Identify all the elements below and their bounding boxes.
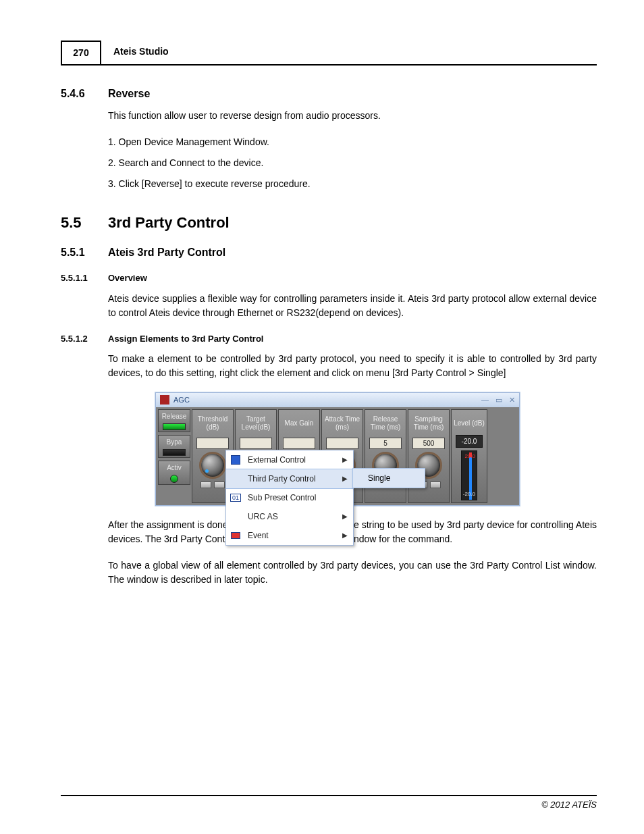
- assign-intro: To make a element to be controlled by 3r…: [108, 352, 597, 380]
- menu-label: Event: [248, 529, 269, 542]
- after-assign-text-2: To have a global view of all element con…: [108, 558, 597, 587]
- preset-icon: 01: [230, 494, 241, 502]
- release-button[interactable]: Release: [158, 409, 190, 432]
- header-title: Ateis Studio: [101, 41, 181, 64]
- overview-text: Ateis device supplies a flexible way for…: [108, 292, 597, 320]
- sampling-header: Sampling Time (ms): [410, 412, 448, 435]
- threshold-header: Threshold (dB): [194, 412, 232, 435]
- active-label: Activ: [159, 463, 190, 473]
- submenu-arrow-icon: ▶: [342, 454, 348, 465]
- submenu-arrow-icon: ▶: [342, 473, 348, 484]
- section-546: 5.4.6 Reverse: [61, 86, 597, 102]
- section-title: Reverse: [108, 86, 150, 102]
- agc-window: AGC — ▭ ✕ Release Bypa: [155, 392, 520, 506]
- menu-label: Sub Preset Control: [248, 492, 316, 504]
- app-icon: [160, 395, 169, 405]
- section-title: 3rd Party Control: [108, 211, 230, 234]
- maxgain-value[interactable]: [283, 438, 315, 449]
- meter-scale-bottom: -20.0: [463, 490, 475, 498]
- threshold-stepper[interactable]: [200, 481, 225, 488]
- target-header: Target Level(dB): [237, 412, 275, 435]
- section-55: 5.5 3rd Party Control: [61, 211, 597, 234]
- threshold-knob[interactable]: [199, 452, 226, 479]
- reverse-step-2: 2. Search and Connect to the device.: [108, 156, 597, 170]
- minimize-icon[interactable]: —: [481, 394, 489, 406]
- page-header: 270 Ateis Studio: [61, 41, 597, 66]
- submenu-arrow-icon: ▶: [342, 530, 348, 540]
- section-title: Overview: [108, 271, 147, 285]
- close-icon[interactable]: ✕: [509, 394, 515, 406]
- section-5511: 5.5.1.1 Overview: [61, 271, 597, 285]
- context-menu[interactable]: External Control ▶ Third Party Control ▶…: [225, 450, 354, 546]
- section-title: Assign Elements to 3rd Party Control: [108, 332, 263, 346]
- menu-label: URC AS: [248, 511, 278, 523]
- footer-copyright: © 2012 ATEÏS: [541, 798, 597, 812]
- submenu-arrow-icon: ▶: [342, 511, 348, 521]
- level-header: Level (dB): [454, 412, 485, 435]
- menu-label: External Control: [248, 454, 306, 466]
- menu-urc-as[interactable]: URC AS ▶: [226, 507, 353, 526]
- section-5512: 5.5.1.2 Assign Elements to 3rd Party Con…: [61, 332, 597, 346]
- maxgain-header: Max Gain: [285, 412, 314, 435]
- event-icon: [231, 532, 240, 539]
- section-number: 5.5.1.1: [61, 271, 108, 285]
- active-button[interactable]: Activ: [158, 461, 190, 485]
- submenu-label: Single: [368, 472, 390, 484]
- section-number: 5.5.1.2: [61, 332, 108, 346]
- menu-third-party-control[interactable]: Third Party Control ▶: [225, 469, 354, 489]
- releasetime-value[interactable]: 5: [369, 438, 402, 449]
- sampling-value[interactable]: 500: [412, 438, 445, 449]
- sampling-column[interactable]: Sampling Time (ms) 500: [408, 409, 450, 503]
- active-indicator: [170, 475, 178, 483]
- meter-scale-top: 20.0: [464, 452, 475, 461]
- reverse-step-1: 1. Open Device Management Window.: [108, 135, 597, 149]
- menu-external-control[interactable]: External Control ▶: [226, 450, 353, 469]
- bypass-label: Bypa: [159, 437, 190, 447]
- maximize-icon[interactable]: ▭: [495, 394, 502, 406]
- footer-rule: [61, 795, 597, 796]
- threshold-value[interactable]: [196, 438, 229, 449]
- agc-titlebar[interactable]: AGC — ▭ ✕: [156, 393, 519, 407]
- section-number: 5.4.6: [61, 86, 108, 102]
- menu-label: Third Party Control: [248, 473, 316, 485]
- attack-value[interactable]: [326, 438, 358, 449]
- window-title: AGC: [173, 394, 477, 406]
- section-551: 5.5.1 Ateis 3rd Party Control: [61, 244, 597, 261]
- reverse-intro: This function allow user to reverse desi…: [108, 109, 597, 123]
- level-meter-column: Level (dB) -20.0 20.0 -20.0: [451, 409, 487, 503]
- menu-sub-preset-control[interactable]: 01 Sub Preset Control: [226, 488, 353, 507]
- section-title: Ateis 3rd Party Control: [108, 244, 225, 261]
- bypass-button[interactable]: Bypa: [158, 435, 190, 458]
- submenu-single[interactable]: Single: [352, 468, 425, 488]
- section-number: 5.5.1: [61, 244, 108, 261]
- grid-icon: [231, 455, 240, 465]
- reverse-step-3: 3. Click [Reverse] to execute reverse pr…: [108, 177, 597, 191]
- menu-event[interactable]: Event ▶: [226, 526, 353, 545]
- level-value: -20.0: [456, 435, 483, 448]
- release-indicator: [163, 423, 186, 430]
- target-value[interactable]: [240, 438, 272, 449]
- releasetime-header: Release Time (ms): [367, 412, 404, 435]
- releasetime-column[interactable]: Release Time (ms) 5: [365, 409, 406, 503]
- section-number: 5.5: [61, 211, 108, 234]
- level-meter: 20.0 -20.0: [461, 450, 477, 500]
- agc-screenshot: AGC — ▭ ✕ Release Bypa: [155, 392, 597, 506]
- page-number: 270: [61, 41, 101, 64]
- release-label: Release: [159, 411, 190, 421]
- bypass-indicator: [163, 449, 186, 456]
- attack-header: Attack Time (ms): [323, 412, 361, 435]
- context-submenu[interactable]: Single: [352, 468, 425, 488]
